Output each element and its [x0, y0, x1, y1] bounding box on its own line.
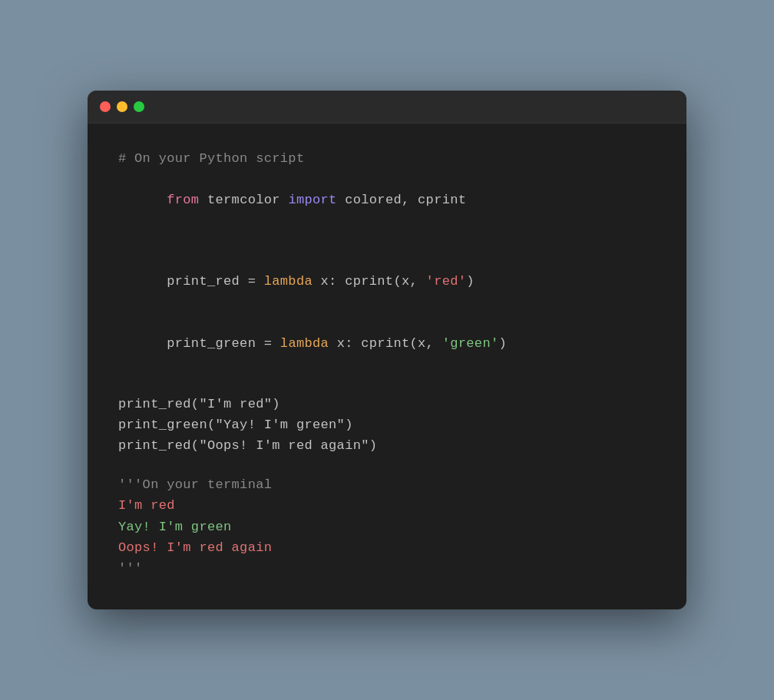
blank-line-10	[118, 456, 656, 474]
output-line-red-again: Oops! I'm red again	[118, 537, 656, 558]
code-window: # On your Python script from termcolor i…	[88, 91, 686, 609]
maximize-button[interactable]	[134, 101, 144, 112]
import-items: colored, cprint	[337, 193, 467, 207]
eq-2: =	[256, 336, 280, 351]
string-red: 'red'	[426, 274, 467, 289]
line5-end: )	[498, 336, 507, 351]
string-green: 'green'	[442, 336, 499, 351]
code-line-8: print_green("Yay! I'm green")	[118, 414, 656, 435]
code-line-7: print_red("I'm red")	[118, 394, 656, 414]
code-line-1: # On your Python script	[118, 148, 656, 169]
lambda-2: lambda	[280, 336, 329, 351]
titlebar	[88, 91, 686, 124]
minimize-button[interactable]	[117, 101, 127, 112]
code-line-2: from termcolor import colored, cprint	[118, 169, 656, 232]
module-name: termcolor	[199, 193, 288, 207]
output-line-green: Yay! I'm green	[118, 517, 656, 537]
line4-mid: x: cprint(x,	[313, 274, 426, 289]
lambda-1: lambda	[264, 274, 313, 289]
output-line-red: I'm red	[118, 495, 656, 516]
code-line-5: print_green = lambda x: cprint(x, 'green…	[118, 312, 656, 375]
eq-1: =	[240, 274, 264, 289]
var-print-green: print_green	[167, 336, 256, 351]
line4-end: )	[466, 274, 475, 289]
code-line-11: '''On your terminal	[118, 474, 656, 495]
blank-line-3	[118, 232, 656, 250]
code-line-15: '''	[118, 558, 656, 579]
blank-line-6	[118, 375, 656, 394]
code-line-9: print_red("Oops! I'm red again")	[118, 435, 656, 456]
line5-mid: x: cprint(x,	[329, 336, 442, 351]
keyword-import: import	[288, 193, 336, 207]
var-print-red: print_red	[167, 274, 240, 289]
keyword-from: from	[167, 193, 199, 207]
code-line-4: print_red = lambda x: cprint(x, 'red')	[118, 250, 656, 313]
close-button[interactable]	[100, 101, 111, 112]
code-content: # On your Python script from termcolor i…	[88, 124, 686, 609]
